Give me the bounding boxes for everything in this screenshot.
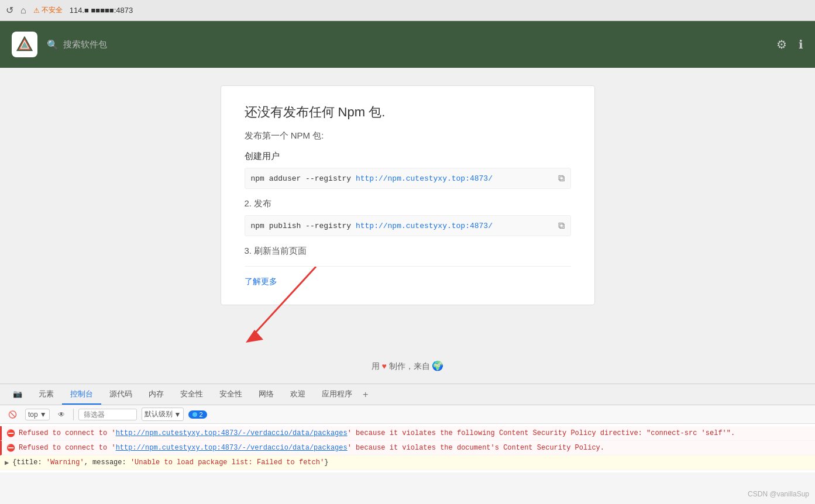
filter-input[interactable] xyxy=(78,409,137,420)
console-link-2[interactable]: http://npm.cutestyxy.top:4873/-/verdacci… xyxy=(116,444,348,452)
step2-cmd: npm publish --registry http://npm.cutest… xyxy=(251,222,493,230)
tab-welcome[interactable]: 欢迎 xyxy=(282,384,314,405)
info-card: 还没有发布任何 Npm 包. 发布第一个 NPM 包: 创建用户 npm add… xyxy=(221,85,595,305)
tab-elements[interactable]: 元素 xyxy=(30,384,62,405)
main-content: 还没有发布任何 Npm 包. 发布第一个 NPM 包: 创建用户 npm add… xyxy=(0,68,815,348)
tab-memory[interactable]: 内存 xyxy=(140,384,172,405)
context-dropdown-icon: ▼ xyxy=(40,410,47,419)
level-select[interactable]: 默认级别 ▼ xyxy=(142,408,184,421)
console-line-2: ⛔ Refused to connect to 'http://npm.cute… xyxy=(0,441,815,455)
search-placeholder: 搜索软件包 xyxy=(63,39,107,50)
home-button[interactable]: ⌂ xyxy=(20,5,26,16)
step1-cmd: npm adduser --registry http://npm.cutest… xyxy=(251,174,493,183)
console-text-1: Refused to connect to 'http://npm.cutest… xyxy=(19,428,810,439)
context-select[interactable]: top ▼ xyxy=(25,409,50,420)
console-output: ⛔ Refused to connect to 'http://npm.cute… xyxy=(0,424,815,472)
card-divider xyxy=(245,266,571,267)
settings-icon[interactable]: ⚙ xyxy=(776,37,787,51)
devtools-toolbar: 🚫 top ▼ 👁 默认级别 ▼ 2 xyxy=(0,405,815,424)
step2-registry-link[interactable]: http://npm.cutestyxy.top:4873/ xyxy=(356,222,493,230)
context-label: top xyxy=(28,410,38,419)
error-icon-2: ⛔ xyxy=(6,444,15,453)
error-count-badge: 2 xyxy=(188,410,207,419)
logo-container xyxy=(12,32,37,57)
step2-label: 2. 发布 xyxy=(245,198,571,209)
level-label: 默认级别 xyxy=(145,409,173,419)
console-text-3: {title: 'Warning', message: 'Unable to l… xyxy=(12,457,810,468)
footer-globe: 🌍 xyxy=(432,361,443,371)
step1-code-row: npm adduser --registry http://npm.cutest… xyxy=(245,168,571,189)
info-icon[interactable]: ℹ xyxy=(799,37,803,51)
app-header: 🔍 搜索软件包 ⚙ ℹ xyxy=(0,21,815,68)
console-text-2: Refused to connect to 'http://npm.cutest… xyxy=(19,443,810,453)
tab-screenshot[interactable]: 📷 xyxy=(5,384,30,405)
tab-lighthouse[interactable]: 安全性 xyxy=(211,384,250,405)
badge-count: 2 xyxy=(199,411,202,418)
search-container[interactable]: 🔍 搜索软件包 xyxy=(47,39,107,50)
search-icon: 🔍 xyxy=(47,39,59,50)
step1-label: 创建用户 xyxy=(245,151,571,162)
devtools-tabs: 📷 元素 控制台 源代码 内存 安全性 安全性 网络 欢迎 应用程序 + xyxy=(0,384,815,405)
step1-registry-link[interactable]: http://npm.cutestyxy.top:4873/ xyxy=(356,174,493,183)
expand-icon-3[interactable]: ▶ xyxy=(5,458,9,467)
app-logo[interactable] xyxy=(12,32,37,57)
devtools-panel: 📷 元素 控制台 源代码 内存 安全性 安全性 网络 欢迎 应用程序 + xyxy=(0,384,815,472)
tab-console[interactable]: 控制台 xyxy=(62,384,101,405)
reload-button[interactable]: ↺ xyxy=(6,5,13,16)
toolbar-separator xyxy=(73,409,74,420)
header-right: ⚙ ℹ xyxy=(776,37,803,51)
learn-more-link[interactable]: 了解更多 xyxy=(245,277,277,286)
verdaccio-logo-svg xyxy=(16,36,33,53)
watermark: CSDN @vanillaSup xyxy=(748,490,809,498)
footer-text: 用 ♥ 制作，来自 🌍 xyxy=(372,360,444,372)
tab-security[interactable]: 安全性 xyxy=(172,384,211,405)
tab-add-button[interactable]: + xyxy=(363,389,368,400)
tab-application[interactable]: 应用程序 xyxy=(314,384,360,405)
error-icon-1: ⛔ xyxy=(6,429,15,438)
eye-icon[interactable]: 👁 xyxy=(54,409,68,420)
no-entry-icon[interactable]: 🚫 xyxy=(5,409,20,420)
screenshot-icon: 📷 xyxy=(13,389,22,398)
console-line-3: ▶ {title: 'Warning', message: 'Unable to… xyxy=(0,455,815,470)
footer-heart: ♥ xyxy=(381,361,386,371)
tab-sources[interactable]: 源代码 xyxy=(101,384,140,405)
badge-dot xyxy=(192,412,197,417)
tab-network[interactable]: 网络 xyxy=(250,384,282,405)
step2-code-row: npm publish --registry http://npm.cutest… xyxy=(245,215,571,236)
app-footer: 用 ♥ 制作，来自 🌍 xyxy=(0,348,815,384)
level-dropdown-icon: ▼ xyxy=(174,410,181,419)
step1-copy-icon[interactable]: ⧉ xyxy=(558,173,565,184)
console-link-1[interactable]: http://npm.cutestyxy.top:4873/-/verdacci… xyxy=(116,429,348,437)
watermark-text: CSDN @vanillaSup xyxy=(748,490,809,498)
console-line-1: ⛔ Refused to connect to 'http://npm.cute… xyxy=(0,426,815,441)
browser-bar: ↺ ⌂ ⚠ 不安全 114.■ ■■■■■:4873 xyxy=(0,0,815,21)
card-title: 还没有发布任何 Npm 包. xyxy=(245,103,571,121)
card-subtitle: 发布第一个 NPM 包: xyxy=(245,130,571,141)
step3-label: 3. 刷新当前页面 xyxy=(245,246,571,257)
security-badge: ⚠ 不安全 xyxy=(33,5,63,15)
step2-copy-icon[interactable]: ⧉ xyxy=(558,220,565,231)
url-bar[interactable]: 114.■ ■■■■■:4873 xyxy=(70,6,133,15)
